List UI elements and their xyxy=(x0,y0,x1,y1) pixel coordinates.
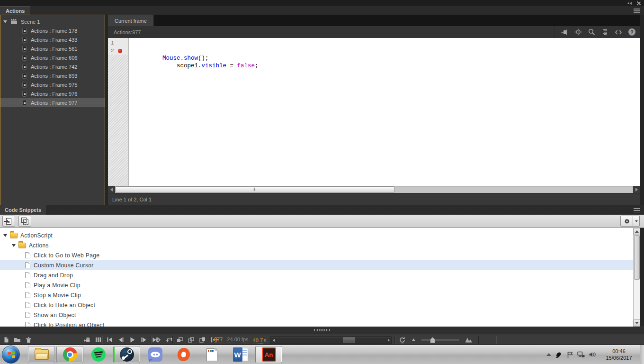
scrollbar-thumb[interactable] xyxy=(343,337,355,343)
onion-skin-outlines-icon[interactable] xyxy=(188,337,195,343)
tab-actions[interactable]: Actions xyxy=(0,6,30,15)
snippet-item[interactable]: Click to Go to Web Page xyxy=(0,250,633,260)
actions-frame-item[interactable]: Actions : Frame 742 xyxy=(0,62,105,71)
reset-zoom-icon[interactable] xyxy=(399,337,406,344)
step-forward-icon[interactable] xyxy=(140,337,147,343)
tree-folder-actions[interactable]: Actions xyxy=(0,240,633,250)
collapse-to-icons-icon[interactable] xyxy=(627,2,632,5)
step-back-icon[interactable] xyxy=(117,337,125,343)
center-frame-icon[interactable] xyxy=(154,337,161,343)
options-dropdown-button[interactable] xyxy=(633,216,640,227)
frame-rate-field[interactable]: 24.00 fps xyxy=(227,337,248,343)
code-line[interactable]: 1 Mouse.show(); xyxy=(108,39,640,47)
show-desktop-button[interactable] xyxy=(640,345,644,364)
tab-code-snippets[interactable]: Code Snippets xyxy=(0,205,46,215)
taskbar-spotify-button[interactable] xyxy=(85,346,112,363)
code-line[interactable]: 2 scope1.visible = false; xyxy=(108,47,640,55)
network-icon[interactable] xyxy=(577,351,585,358)
taskbar-steam-button[interactable] xyxy=(113,346,140,363)
actions-frame-item[interactable]: Actions : Frame 977 xyxy=(0,98,105,107)
snippets-vertical-scrollbar[interactable] xyxy=(633,228,640,327)
scrollbar-track[interactable] xyxy=(115,186,633,193)
help-icon[interactable]: ? xyxy=(628,28,635,36)
drag-handle-icon[interactable] xyxy=(314,329,330,331)
volume-icon[interactable] xyxy=(589,351,596,358)
timeline-zoom-slider[interactable] xyxy=(421,339,459,341)
snippets-panel-menu-icon[interactable] xyxy=(634,208,640,212)
expander-triangle-icon[interactable] xyxy=(12,244,16,247)
close-panel-icon[interactable] xyxy=(636,1,640,5)
format-code-icon[interactable] xyxy=(601,29,608,36)
tab-current-frame[interactable]: Current frame xyxy=(108,15,154,26)
onion-skin-icon[interactable] xyxy=(176,337,183,343)
start-button[interactable] xyxy=(2,346,20,364)
scrollbar-track[interactable] xyxy=(634,235,640,319)
scrollbar-thumb[interactable] xyxy=(115,186,394,192)
scroll-left-icon[interactable] xyxy=(108,186,115,193)
taskbar-word-button[interactable]: W xyxy=(227,346,254,363)
snippet-item[interactable]: Click to Position an Object xyxy=(0,320,633,327)
delete-trash-icon[interactable] xyxy=(25,337,32,343)
panel-menu-icon[interactable] xyxy=(634,9,640,13)
action-center-flag-icon[interactable] xyxy=(566,351,573,358)
elapsed-time-field[interactable]: 40.7 xyxy=(253,337,263,344)
actions-frame-item[interactable]: Actions : Frame 975 xyxy=(0,80,105,89)
zoom-slider-thumb[interactable] xyxy=(430,337,435,343)
scroll-down-icon[interactable] xyxy=(634,319,640,327)
actions-frame-item[interactable]: Actions : Frame 976 xyxy=(0,89,105,98)
snippet-item[interactable]: Stop a Movie Clip xyxy=(0,290,633,300)
snippet-item[interactable]: Click to Hide an Object xyxy=(0,300,633,310)
expander-triangle-icon[interactable] xyxy=(3,234,7,237)
taskbar-clock[interactable]: 00:46 15/06/2017 xyxy=(601,348,637,361)
snippet-item[interactable]: Show an Object xyxy=(0,310,633,320)
copy-to-clipboard-button[interactable] xyxy=(18,216,31,227)
scroll-right-icon[interactable] xyxy=(385,339,392,342)
find-icon[interactable] xyxy=(588,28,595,36)
scrollbar-thumb[interactable] xyxy=(634,235,640,280)
zoom-out-timeline-icon[interactable] xyxy=(411,337,416,342)
actions-frame-item[interactable]: Actions : Frame 433 xyxy=(0,35,105,44)
snippet-item[interactable]: Drag and Drop xyxy=(0,270,633,280)
editor-horizontal-scrollbar[interactable] xyxy=(108,186,640,193)
breakpoint-dot[interactable] xyxy=(118,49,122,53)
options-button[interactable] xyxy=(620,216,633,227)
add-to-current-frame-button[interactable]: a xyxy=(2,216,15,227)
tree-row-scene[interactable]: Scene 1 xyxy=(0,17,105,26)
taskbar-discord-button[interactable] xyxy=(142,346,169,363)
actions-frame-item[interactable]: Actions : Frame 178 xyxy=(0,26,105,35)
go-to-first-frame-icon[interactable] xyxy=(106,337,113,343)
snippet-item[interactable]: Play a Movie Clip xyxy=(0,280,633,290)
expander-triangle-icon[interactable] xyxy=(3,20,7,23)
pin-script-icon[interactable] xyxy=(561,29,568,36)
scroll-left-icon[interactable] xyxy=(270,339,277,342)
new-folder-icon[interactable] xyxy=(14,337,21,343)
actions-frame-item[interactable]: Actions : Frame 561 xyxy=(0,44,105,53)
taskbar-chrome-button[interactable] xyxy=(56,346,83,363)
insert-target-path-icon[interactable] xyxy=(574,28,582,36)
play-icon[interactable] xyxy=(129,337,136,343)
edit-multiple-frames-icon[interactable] xyxy=(199,337,206,343)
panel-resize-bar[interactable] xyxy=(0,327,644,335)
snippet-item[interactable]: Custom Mouse Cursor xyxy=(0,260,633,270)
scroll-right-icon[interactable] xyxy=(633,186,640,193)
camera-icon[interactable] xyxy=(83,337,90,343)
show-hidden-icons-icon[interactable] xyxy=(546,353,551,356)
layer-depth-icon[interactable] xyxy=(95,337,102,343)
taskbar-origin-button[interactable] xyxy=(170,346,197,363)
actions-frame-item[interactable]: Actions : Frame 606 xyxy=(0,53,105,62)
current-frame-field[interactable]: 977 xyxy=(214,337,223,343)
actions-frame-item[interactable]: Actions : Frame 893 xyxy=(0,71,105,80)
tray-app-icon[interactable] xyxy=(555,351,563,358)
zoom-in-timeline-icon[interactable] xyxy=(465,337,473,343)
taskbar-animate-button[interactable]: An xyxy=(255,346,282,363)
code-hints-icon[interactable] xyxy=(615,29,622,36)
tree-folder-actionscript[interactable]: ActionScript xyxy=(0,230,633,240)
line-number-gutter[interactable] xyxy=(108,38,129,186)
taskbar-html-file-button[interactable] xyxy=(198,346,225,363)
timeline-scrollbar[interactable] xyxy=(270,337,392,344)
new-layer-icon[interactable] xyxy=(3,337,9,343)
scrollbar-track[interactable] xyxy=(277,337,385,344)
scroll-up-icon[interactable] xyxy=(634,228,640,235)
taskbar-explorer-button[interactable] xyxy=(28,346,55,363)
code-editor-area[interactable]: 1 Mouse.show(); 2 scope1.visible = false… xyxy=(108,38,640,186)
